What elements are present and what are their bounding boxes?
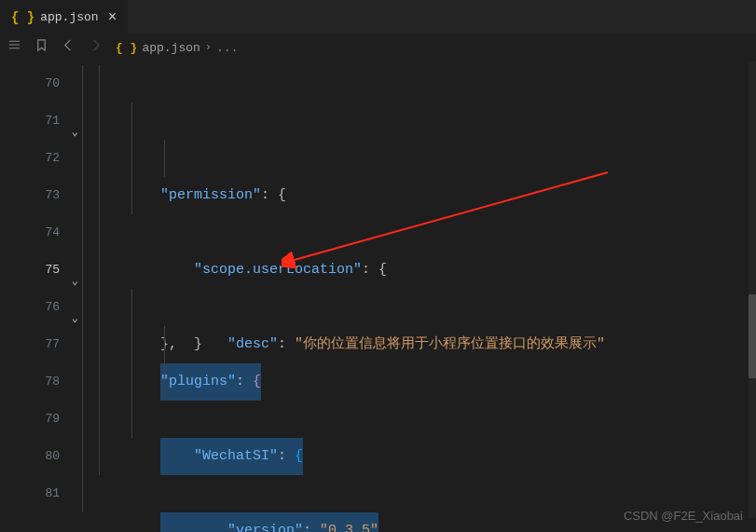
- code-line: "scope.userLocation": {: [76, 102, 756, 140]
- code-line: "desc": "你的位置信息将用于小程序位置接口的效果展示": [76, 140, 756, 177]
- line-number: 72: [0, 140, 76, 177]
- line-number: 81: [0, 475, 76, 512]
- tab-label: app.json: [40, 10, 98, 24]
- editor-area[interactable]: 70 ⌄71 72 73 74 ⌄75 ⌄76 77 78 79 80 81 "…: [0, 61, 756, 532]
- tab-appjson[interactable]: { } app.json ×: [0, 0, 128, 34]
- code-line: "provider": "wx069ba97219f66d99": [76, 363, 756, 401]
- line-number: 74: [0, 214, 76, 252]
- close-icon[interactable]: ×: [104, 7, 121, 28]
- line-number: 79: [0, 401, 76, 438]
- json-file-icon: { }: [11, 10, 34, 25]
- chevron-right-icon: ›: [205, 41, 212, 54]
- bookmark-icon[interactable]: [34, 38, 48, 57]
- breadcrumb-more: ...: [216, 41, 238, 55]
- overview-ruler[interactable]: [749, 61, 756, 518]
- code-line: },: [76, 214, 756, 252]
- code-line: }: [76, 401, 756, 438]
- line-gutter: 70 ⌄71 72 73 74 ⌄75 ⌄76 77 78 79 80 81: [0, 61, 76, 532]
- code-line: "permission": {: [76, 65, 756, 102]
- nav-forward-icon[interactable]: [89, 38, 103, 57]
- json-file-icon: { }: [116, 41, 137, 55]
- line-number: ⌄71: [0, 102, 76, 140]
- line-number: ⌄75: [0, 252, 76, 289]
- code-line: }: [76, 438, 756, 475]
- editor-action-bar: { } app.json › ...: [0, 34, 756, 61]
- code-line: "version": "0.3.5",: [76, 326, 756, 363]
- code-line: "WechatSI": {: [76, 289, 756, 326]
- line-number: ⌄76: [0, 289, 76, 326]
- tab-bar: { } app.json ×: [0, 0, 756, 34]
- code-content[interactable]: "permission": { "scope.userLocation": { …: [76, 61, 756, 532]
- breadcrumb-file: app.json: [142, 41, 199, 55]
- watermark: CSDN @F2E_Xiaobai: [624, 509, 743, 523]
- code-line: }: [76, 475, 756, 512]
- code-line: }: [76, 177, 756, 214]
- line-number: 73: [0, 177, 76, 214]
- nav-back-icon[interactable]: [62, 38, 76, 57]
- line-number: 77: [0, 326, 76, 363]
- line-number: 80: [0, 438, 76, 475]
- code-line: "plugins": {: [76, 252, 756, 289]
- breadcrumb[interactable]: { } app.json › ...: [116, 41, 238, 55]
- line-number: 78: [0, 363, 76, 401]
- line-number: 70: [0, 65, 76, 102]
- list-icon[interactable]: [7, 38, 21, 57]
